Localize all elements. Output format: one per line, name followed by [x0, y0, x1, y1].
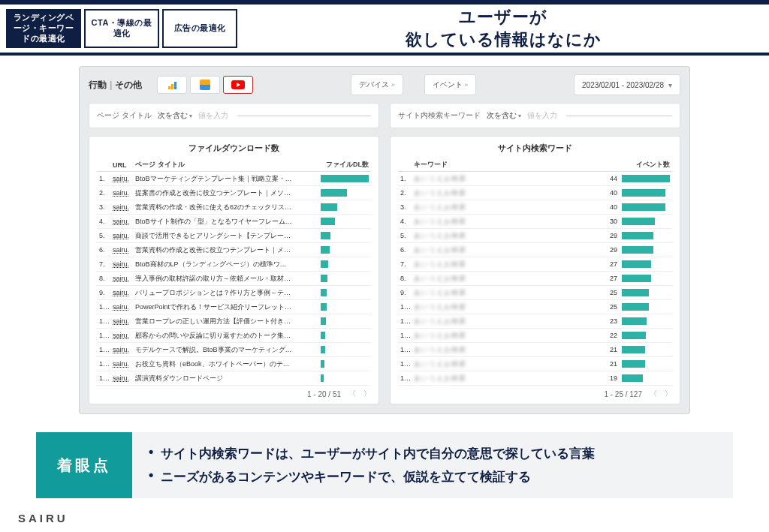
url-link[interactable]: sairu. [110, 314, 133, 329]
filter-page-title[interactable]: ページ タイトル 次を含む 値を入力 [89, 103, 379, 128]
page-title-cell: バリュープロポジションとは？作り方と事例～テ… [133, 286, 318, 300]
table-row[interactable]: 15.あいうえお検索19 [398, 371, 672, 386]
table-row[interactable]: 13.あいうえお検索21 [398, 343, 672, 357]
prev-page-icon[interactable]: 〈 [348, 389, 356, 399]
event-selector[interactable]: イベント [424, 74, 477, 95]
page-title-cell: 顧客からの問いや反論に切り返すためのトーク集… [133, 329, 318, 343]
table-row[interactable]: 14.sairu.お役立ち資料（eBook、ホワイトペーパー）のテ… [97, 357, 371, 371]
next-page-icon[interactable]: 〉 [363, 389, 371, 399]
table-row[interactable]: 9.あいうえお検索25 [398, 286, 672, 300]
filter-search-keyword[interactable]: サイト内検索キーワード 次を含む 値を入力 [390, 103, 680, 128]
value-cell: 23 [602, 314, 620, 329]
table-row[interactable]: 10.あいうえお検索25 [398, 300, 672, 314]
keyword-cell: あいうえお検索 [412, 186, 602, 200]
table-row[interactable]: 15.sairu.講演資料ダウンロードページ [97, 371, 371, 386]
table-row[interactable]: 12.sairu.顧客からの問いや反論に切り返すためのトーク集… [97, 329, 371, 343]
col-metric[interactable]: イベント数 [602, 158, 672, 172]
page-title-cell: モデルケースで解説。BtoB事業のマーケティング… [133, 343, 318, 357]
panel-title: サイト内検索ワード [398, 143, 672, 154]
value-cell: 21 [602, 343, 620, 357]
category-tab[interactable]: 広告の最適化 [162, 9, 237, 48]
table-row[interactable]: 3.あいうえお検索40 [398, 200, 672, 215]
col-title[interactable]: ページ タイトル [133, 158, 318, 172]
keyword-cell: あいうえお検索 [412, 314, 602, 329]
table-row[interactable]: 3.sairu.営業資料の作成・改善に使える62のチェックリス… [97, 200, 371, 215]
page-title: ユーザーが 欲している情報はなにか [406, 6, 602, 50]
page-header: ランディングページ・キーワードの最適化CTA・導線の最適化広告の最適化 ユーザー… [0, 5, 769, 56]
url-link[interactable]: sairu. [110, 243, 133, 257]
table-row[interactable]: 1.sairu.BtoBマーケティングテンプレート集｜戦略立案・… [97, 172, 371, 186]
url-link[interactable]: sairu. [110, 257, 133, 272]
table-row[interactable]: 2.sairu.提案書の作成と改善に役立つテンプレート｜メソ… [97, 186, 371, 200]
table-row[interactable]: 13.sairu.モデルケースで解説。BtoB事業のマーケティング… [97, 343, 371, 357]
url-link[interactable]: sairu. [110, 200, 133, 215]
page-title-cell: 導入事例の取材許諾の取り方～依頼メール・取材… [133, 272, 318, 286]
url-link[interactable]: sairu. [110, 229, 133, 243]
keyword-cell: あいうえお検索 [412, 343, 602, 357]
url-link[interactable]: sairu. [110, 300, 133, 314]
table-row[interactable]: 4.あいうえお検索30 [398, 215, 672, 229]
table-row[interactable]: 8.sairu.導入事例の取材許諾の取り方～依頼メール・取材… [97, 272, 371, 286]
table-row[interactable]: 6.sairu.営業資料の作成と改善に役立つテンプレート｜メ… [97, 243, 371, 257]
table-row[interactable]: 6.あいうえお検索29 [398, 243, 672, 257]
value-cell: 27 [602, 272, 620, 286]
panel-site-search: サイト内検索ワード キーワード イベント数 1.あいうえお検索442.あいうえお… [390, 136, 680, 404]
url-link[interactable]: sairu. [110, 215, 133, 229]
page-title-cell: 営業ロープレの正しい運用方法【評価シート付き… [133, 314, 318, 329]
url-link[interactable]: sairu. [110, 357, 133, 371]
analytics-source-icon[interactable] [190, 76, 220, 94]
col-keyword[interactable]: キーワード [412, 158, 602, 172]
table-row[interactable]: 14.あいうえお検索21 [398, 357, 672, 371]
category-tab[interactable]: ランディングページ・キーワードの最適化 [6, 9, 81, 48]
value-cell: 40 [602, 186, 620, 200]
page-title-cell: お役立ち資料（eBook、ホワイトペーパー）のテ… [133, 357, 318, 371]
panel-title: ファイルダウンロード数 [97, 143, 371, 154]
table-row[interactable]: 9.sairu.バリュープロポジションとは？作り方と事例～テ… [97, 286, 371, 300]
url-link[interactable]: sairu. [110, 329, 133, 343]
page-title-cell: 商談で活用できるヒアリングシート【テンプレー… [133, 229, 318, 243]
table-row[interactable]: 2.あいうえお検索40 [398, 186, 672, 200]
value-cell: 40 [602, 200, 620, 215]
col-metric[interactable]: ファイルDL数 [318, 158, 371, 172]
url-link[interactable]: sairu. [110, 286, 133, 300]
value-cell: 25 [602, 286, 620, 300]
page-title-cell: BtoBマーケティングテンプレート集｜戦略立案・… [133, 172, 318, 186]
keyword-cell: あいうえお検索 [412, 200, 602, 215]
category-tab[interactable]: CTA・導線の最適化 [84, 9, 159, 48]
table-row[interactable]: 7.sairu.BtoB商材のLP（ランディングページ）の標準ワ… [97, 257, 371, 272]
url-link[interactable]: sairu. [110, 172, 133, 186]
table-row[interactable]: 5.sairu.商談で活用できるヒアリングシート【テンプレー… [97, 229, 371, 243]
callout-tag: 着眼点 [36, 432, 132, 498]
keyword-cell: あいうえお検索 [412, 357, 602, 371]
pager-right: 1 - 25 / 127 〈 〉 [398, 389, 672, 399]
callout-body: サイト内検索ワードは、ユーザーがサイト内で自分の意思で探している言葉ニーズがある… [132, 432, 733, 498]
date-range-picker[interactable]: 2023/02/01 - 2023/02/28▾ [574, 74, 680, 95]
table-row[interactable]: 5.あいうえお検索29 [398, 229, 672, 243]
url-link[interactable]: sairu. [110, 371, 133, 386]
page-title-cell: 営業資料の作成と改善に役立つテンプレート｜メ… [133, 243, 318, 257]
chart-type-bar-icon[interactable] [157, 76, 187, 94]
table-row[interactable]: 7.あいうえお検索27 [398, 257, 672, 272]
page-title-cell: 営業資料の作成・改善に使える62のチェックリス… [133, 200, 318, 215]
url-link[interactable]: sairu. [110, 343, 133, 357]
url-link[interactable]: sairu. [110, 186, 133, 200]
value-cell: 29 [602, 243, 620, 257]
table-row[interactable]: 11.sairu.営業ロープレの正しい運用方法【評価シート付き… [97, 314, 371, 329]
value-cell: 30 [602, 215, 620, 229]
value-cell: 29 [602, 229, 620, 243]
brand-logo: SAIRU [18, 512, 68, 524]
url-link[interactable]: sairu. [110, 272, 133, 286]
table-row[interactable]: 4.sairu.BtoBサイト制作の「型」となるワイヤーフレーム… [97, 215, 371, 229]
keyword-cell: あいうえお検索 [412, 286, 602, 300]
download-table: URL ページ タイトル ファイルDL数 1.sairu.BtoBマーケティング… [97, 158, 371, 386]
prev-page-icon[interactable]: 〈 [650, 389, 657, 399]
next-page-icon[interactable]: 〉 [665, 389, 672, 399]
device-selector[interactable]: デバイス [351, 74, 403, 95]
col-url[interactable]: URL [110, 158, 133, 172]
table-row[interactable]: 8.あいうえお検索27 [398, 272, 672, 286]
table-row[interactable]: 12.あいうえお検索22 [398, 329, 672, 343]
table-row[interactable]: 1.あいうえお検索44 [398, 172, 672, 186]
youtube-source-icon[interactable] [223, 76, 253, 94]
table-row[interactable]: 10.sairu.PowerPointで作れる！サービス紹介リーフレット… [97, 300, 371, 314]
table-row[interactable]: 11.あいうえお検索23 [398, 314, 672, 329]
